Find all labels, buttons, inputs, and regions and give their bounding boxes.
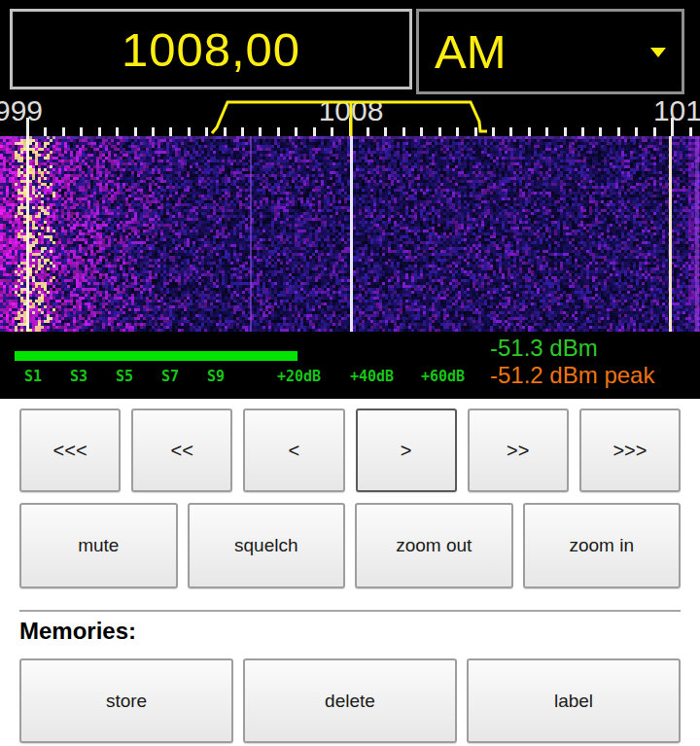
label-button[interactable]: label	[467, 658, 681, 743]
smeter-label-20db: +20dB	[277, 368, 321, 385]
tuning-buttons-row: <<< << < > >> >>>	[19, 409, 681, 492]
smeter-label-s9: S9	[207, 368, 225, 385]
mode-value: AM	[419, 24, 507, 79]
smeter-label-60db: +60dB	[421, 368, 465, 385]
smeter-label-s7: S7	[161, 368, 179, 385]
memory-buttons-row: store delete label	[19, 658, 681, 743]
signal-meter: S1 S3 S5 S7 S9 +20dB +40dB +60dB -51.3 d…	[0, 332, 700, 399]
zoom-in-button[interactable]: zoom in	[523, 503, 682, 588]
mute-button[interactable]: mute	[19, 503, 178, 588]
smeter-label-s5: S5	[116, 368, 133, 385]
squelch-button[interactable]: squelch	[188, 503, 346, 588]
memories-heading: Memories:	[19, 612, 681, 645]
signal-peak-text: -51.2 dBm peak	[490, 362, 654, 389]
frequency-scale[interactable]: 999 1008 101	[0, 94, 700, 136]
zoom-out-button[interactable]: zoom out	[355, 503, 513, 588]
tune-down-fine-button[interactable]: <	[243, 409, 344, 492]
frequency-display[interactable]: 1008,00	[10, 9, 412, 89]
store-button[interactable]: store	[19, 658, 233, 743]
dropdown-arrow-icon	[650, 48, 666, 57]
tune-up-button[interactable]: >>	[468, 409, 569, 492]
memories-section: Memories: store delete label	[19, 610, 681, 743]
waterfall-canvas[interactable]	[0, 136, 700, 332]
smeter-label-s1: S1	[24, 368, 42, 385]
signal-strength-bar	[15, 351, 298, 361]
delete-button[interactable]: delete	[243, 658, 457, 743]
tune-down-button[interactable]: <<	[131, 409, 232, 492]
control-panel: <<< << < > >> >>> mute squelch zoom out …	[0, 399, 700, 743]
tuner-header: 1008,00 AM	[0, 0, 700, 94]
tune-up-fast-button[interactable]: >>>	[579, 409, 681, 492]
smeter-label-s3: S3	[70, 368, 88, 385]
tune-up-fine-button[interactable]: >	[356, 409, 457, 492]
signal-level-text: -51.3 dBm	[490, 335, 598, 362]
smeter-label-40db: +40dB	[350, 368, 394, 385]
tune-down-fast-button[interactable]: <<<	[19, 409, 121, 492]
frequency-value: 1008,00	[122, 22, 300, 77]
audio-zoom-buttons-row: mute squelch zoom out zoom in	[19, 503, 681, 588]
filter-bandwidth-icon	[0, 94, 700, 136]
mode-selector[interactable]: AM	[416, 9, 684, 94]
